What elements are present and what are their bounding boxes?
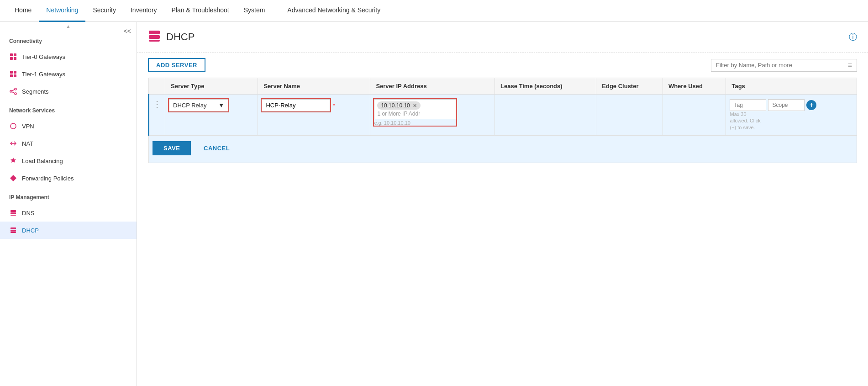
sidebar-item-tier1[interactable]: Tier-1 Gateways — [0, 65, 137, 83]
page-header: DHCP ⓘ — [137, 22, 868, 53]
svg-point-10 — [15, 93, 16, 95]
svg-rect-5 — [14, 71, 16, 74]
sidebar-item-label-vpn: VPN — [22, 123, 34, 130]
filter-icon: ≡ — [848, 61, 852, 69]
server-name-input[interactable] — [262, 99, 330, 111]
sidebar-item-forwarding-policies[interactable]: Forwarding Policies — [0, 169, 137, 187]
save-cancel-row: SAVE CANCEL — [149, 135, 857, 163]
sidebar-item-label-tier1: Tier-1 Gateways — [22, 71, 65, 78]
sidebar-collapse-button[interactable]: << — [122, 26, 133, 37]
load-balancing-icon — [9, 157, 17, 165]
svg-rect-24 — [149, 35, 160, 39]
save-button[interactable]: SAVE — [153, 141, 191, 155]
row-actions-cell: ⋮ — [149, 95, 165, 136]
nav-system[interactable]: System — [237, 0, 273, 22]
sidebar: ▲ << Connectivity Tier-0 Gateways — [0, 22, 137, 386]
svg-rect-18 — [11, 212, 16, 214]
table-row: ⋮ DHCP Relay ▼ — [149, 95, 857, 136]
nav-security[interactable]: Security — [85, 0, 123, 22]
filter-input[interactable] — [716, 62, 844, 69]
server-type-select[interactable]: DHCP Relay ▼ — [169, 99, 228, 111]
svg-line-12 — [12, 92, 15, 93]
nat-icon — [9, 139, 17, 148]
dns-icon — [9, 209, 17, 217]
required-star: * — [333, 102, 335, 109]
help-icon[interactable]: ⓘ — [849, 32, 857, 42]
nav-networking[interactable]: Networking — [39, 0, 85, 22]
tag-input[interactable] — [730, 99, 766, 111]
server-ip-cell: 10.10.10.10 ✕ 1 or More IP Addr e.g. 10.… — [370, 95, 495, 136]
sidebar-item-label-dns: DNS — [22, 210, 34, 217]
sidebar-item-dns[interactable]: DNS — [0, 204, 137, 222]
svg-rect-17 — [11, 210, 16, 212]
server-type-dropdown-icon: ▼ — [218, 102, 224, 109]
sidebar-item-segments[interactable]: Segments — [0, 83, 137, 100]
ip-field-wrapper[interactable]: 10.10.10.10 ✕ 1 or More IP Addr — [374, 99, 456, 119]
svg-point-8 — [10, 90, 12, 92]
ip-placeholder: 1 or More IP Addr — [377, 111, 453, 117]
nav-divider — [276, 5, 276, 17]
sidebar-item-label-dhcp: DHCP — [22, 227, 39, 234]
server-name-cell: * — [258, 95, 370, 136]
app-layout: ▲ << Connectivity Tier-0 Gateways — [0, 22, 868, 386]
nav-inventory[interactable]: Inventory — [123, 0, 164, 22]
svg-rect-0 — [10, 53, 13, 56]
nav-plan-troubleshoot[interactable]: Plan & Troubleshoot — [164, 0, 237, 22]
svg-marker-15 — [11, 158, 16, 163]
server-type-cell: DHCP Relay ▼ — [165, 95, 258, 136]
sidebar-section-connectivity: Connectivity — [0, 31, 137, 48]
sidebar-item-vpn[interactable]: VPN — [0, 117, 137, 135]
ip-tag-close-icon[interactable]: ✕ — [413, 103, 417, 109]
filter-input-wrapper: ≡ — [711, 59, 857, 72]
svg-marker-16 — [10, 175, 16, 181]
add-server-button[interactable]: ADD SERVER — [148, 58, 205, 72]
col-where-used: Where Used — [663, 78, 726, 95]
svg-rect-23 — [149, 31, 160, 34]
sidebar-item-dhcp[interactable]: DHCP — [0, 222, 137, 239]
tier1-icon — [9, 70, 17, 78]
sidebar-item-label-segments: Segments — [22, 88, 49, 95]
tag-add-button[interactable]: + — [806, 100, 816, 110]
svg-rect-1 — [14, 53, 16, 56]
cancel-button[interactable]: CANCEL — [196, 141, 237, 155]
col-tags: Tags — [726, 78, 857, 95]
svg-rect-19 — [11, 215, 16, 216]
edge-cluster-cell — [596, 95, 663, 136]
scope-input[interactable] — [768, 99, 805, 111]
svg-rect-6 — [10, 74, 13, 77]
col-actions — [149, 78, 165, 95]
sidebar-item-label-nat: NAT — [22, 140, 33, 147]
row-actions-icon[interactable]: ⋮ — [153, 100, 161, 109]
col-lease-time: Lease Time (seconds) — [495, 78, 596, 95]
svg-rect-7 — [14, 74, 16, 77]
toolbar: ADD SERVER ≡ — [137, 53, 868, 78]
sidebar-item-tier0[interactable]: Tier-0 Gateways — [0, 48, 137, 65]
save-cancel-cell: SAVE CANCEL — [149, 135, 857, 163]
table-header-row: Server Type Server Name Server IP Addres… — [149, 78, 857, 95]
nav-advanced-networking-security[interactable]: Advanced Networking & Security — [280, 0, 388, 22]
ip-example: e.g. 10.10.10.10 — [374, 120, 456, 126]
svg-rect-22 — [11, 232, 16, 233]
col-edge-cluster: Edge Cluster — [596, 78, 663, 95]
tags-cell: + Max 30 allowed. Click (+) to save. — [726, 95, 857, 136]
forwarding-policies-icon — [9, 174, 17, 182]
page-header-icon — [148, 29, 161, 45]
sidebar-item-nat[interactable]: NAT — [0, 135, 137, 152]
tier0-icon — [9, 53, 17, 61]
sidebar-section-network-services: Network Services — [0, 100, 137, 117]
sidebar-scroll-up[interactable]: ▲ — [0, 22, 137, 31]
svg-rect-4 — [10, 71, 13, 74]
top-navigation: Home Networking Security Inventory Plan … — [0, 0, 868, 22]
nav-home[interactable]: Home — [7, 0, 39, 22]
svg-rect-20 — [11, 227, 16, 229]
col-server-ip: Server IP Address — [370, 78, 495, 95]
svg-rect-21 — [11, 230, 16, 232]
svg-point-13 — [11, 123, 16, 129]
sidebar-item-load-balancing[interactable]: Load Balancing — [0, 152, 137, 169]
dhcp-icon — [9, 226, 17, 234]
server-type-value: DHCP Relay — [173, 102, 206, 109]
sidebar-item-label-forwarding-policies: Forwarding Policies — [22, 175, 74, 182]
table-wrapper: Server Type Server Name Server IP Addres… — [137, 78, 868, 163]
lease-time-cell — [495, 95, 596, 136]
svg-rect-25 — [149, 40, 160, 42]
